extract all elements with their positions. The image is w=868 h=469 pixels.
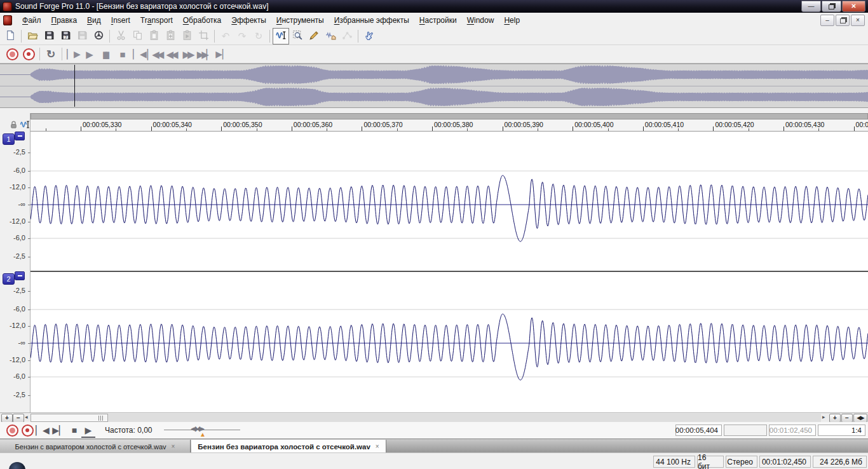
ruler-tick-label: 00:00	[856, 121, 868, 128]
selection-display[interactable]	[724, 425, 767, 436]
ruler-tick	[81, 126, 81, 131]
time-ruler[interactable]: 00:00:05,33000:00:05,34000:00:05,35000:0…	[31, 119, 868, 132]
copy-button[interactable]	[129, 28, 146, 44]
playbar-go-to-end-button[interactable]: ▶▏	[52, 424, 66, 437]
overview-cursor[interactable]	[74, 65, 75, 107]
magnify-tool-button[interactable]	[289, 28, 306, 44]
ruler-tick	[854, 126, 855, 131]
go-to-end-button[interactable]: ▶▏	[214, 46, 230, 62]
rewind-to-start-button[interactable]: ▏◀◀	[147, 46, 164, 62]
mdi-restore-button[interactable]	[836, 15, 850, 26]
play-button[interactable]: ▶	[81, 46, 98, 62]
overview-bar[interactable]	[0, 64, 868, 108]
loop-playback-button[interactable]: ↻	[43, 46, 59, 62]
menu-effects[interactable]: Эффекты	[226, 14, 271, 27]
scrollbar-thumb[interactable]	[31, 414, 108, 422]
rewind-button[interactable]: ◀◀	[164, 46, 180, 62]
paste-button[interactable]	[146, 28, 162, 44]
ruler-tick-label: 00:00:05,380	[434, 121, 473, 128]
help-hand-button[interactable]	[361, 28, 377, 44]
ruler-tick-label: 00:00:05,350	[223, 121, 262, 128]
playbar-stop-button[interactable]: ■	[67, 424, 81, 437]
paste-play-button[interactable]	[179, 28, 195, 44]
zoom-out-button[interactable]: +	[829, 414, 841, 423]
open-folder-button[interactable]	[24, 28, 41, 44]
repeat-button[interactable]: ↻	[250, 28, 267, 44]
envelope-tool-icon	[342, 30, 353, 43]
cursor-position-display[interactable]: 00:00:05,404	[675, 425, 722, 436]
channel-2-waveform	[31, 314, 868, 380]
menu-edit[interactable]: Правка	[46, 14, 83, 27]
record-button[interactable]	[4, 46, 20, 62]
mdi-close-button[interactable]: ×	[851, 15, 865, 26]
menu-favorite-effects[interactable]: Избранные эффекты	[329, 14, 414, 27]
render-as-button[interactable]	[90, 28, 107, 44]
trim-button[interactable]	[195, 28, 212, 44]
document-tab-1[interactable]: Бензин с вариатором холостой с отсечкой.…	[0, 440, 191, 453]
edit-tool-button[interactable]	[273, 28, 289, 44]
menu-options[interactable]: Настройки	[414, 14, 462, 27]
zoom-ratio-display[interactable]: 1:4	[818, 425, 865, 436]
paste-special-button[interactable]	[162, 28, 179, 44]
redo-button[interactable]: ↷	[234, 28, 250, 44]
envelope-tool-button[interactable]	[339, 28, 355, 44]
status-free-space: 24 226,6 Мб	[813, 456, 867, 468]
zoom-in-button[interactable]: −	[841, 414, 853, 423]
menu-view[interactable]: Вид	[82, 14, 106, 27]
tab-close-icon[interactable]: ×	[376, 443, 379, 450]
menu-insert[interactable]: Insert	[106, 14, 135, 27]
menu-help[interactable]: Help	[499, 14, 525, 27]
transport-separator	[62, 48, 62, 60]
save-as-icon: ?	[60, 30, 71, 43]
channel-2-minimize-button[interactable]	[15, 271, 25, 280]
toolbar-separator	[269, 30, 270, 43]
horizontal-scrollbar[interactable]	[31, 414, 821, 422]
zoom-fit-button[interactable]: ◀▶	[853, 414, 867, 423]
play-all-button[interactable]: ▏▶	[65, 46, 81, 62]
zoom-in-time-button[interactable]: −	[13, 414, 24, 423]
cut-button[interactable]	[112, 28, 129, 44]
menu-window[interactable]: Window	[462, 14, 499, 27]
playbar-go-to-start-button[interactable]: ▏◀	[36, 424, 50, 437]
save-button[interactable]	[41, 28, 57, 44]
tab-close-icon[interactable]: ×	[172, 443, 175, 450]
record-arm-button[interactable]	[20, 46, 37, 62]
stop-button[interactable]: ■	[114, 46, 131, 62]
channel-1-minimize-button[interactable]	[15, 132, 25, 140]
scroll-left-arrow[interactable]: ◂	[25, 414, 28, 420]
menu-file[interactable]: Файл	[17, 14, 46, 27]
document-tab-2[interactable]: Бензин без вариатора холостой с отсечкой…	[191, 440, 386, 453]
length-display[interactable]: 00:01:02,450	[769, 425, 816, 436]
go-to-start-button[interactable]: ▏◀	[131, 46, 147, 62]
playbar-record-button[interactable]	[5, 424, 19, 437]
new-document-button[interactable]	[2, 28, 18, 44]
edit-tool-mode-icon[interactable]	[20, 119, 31, 130]
menu-transport[interactable]: Transport	[135, 14, 178, 27]
event-tool-button[interactable]	[322, 28, 339, 44]
menu-tools[interactable]: Инструменты	[271, 14, 329, 27]
playbar-play-from-position-button[interactable]: ▶	[81, 424, 95, 438]
mdi-minimize-button[interactable]: –	[820, 15, 834, 26]
level-gutter	[0, 113, 31, 412]
paste-special-icon	[165, 30, 176, 43]
zoom-out-time-button[interactable]: +	[1, 414, 13, 423]
pause-button[interactable]: ▮▮	[98, 46, 114, 62]
minimize-button[interactable]: —	[801, 1, 821, 12]
playbar-record-arm-button[interactable]	[20, 424, 34, 437]
position-indicator-bar[interactable]	[31, 113, 868, 119]
document-icon	[3, 15, 12, 25]
menu-process[interactable]: Обработка	[178, 14, 227, 27]
channel-1-badge[interactable]: 1	[3, 133, 15, 145]
pencil-tool-button[interactable]	[306, 28, 322, 44]
save-all-button[interactable]	[74, 28, 90, 44]
scroll-right-arrow[interactable]: ▸	[822, 414, 825, 420]
forward-to-end-button[interactable]: ▶▶▏	[197, 46, 214, 62]
channel-2-badge[interactable]: 2	[3, 273, 15, 285]
forward-button[interactable]: ▶▶	[180, 46, 197, 62]
save-as-button[interactable]: ?	[57, 28, 74, 44]
waveform-area[interactable]	[31, 132, 868, 412]
undo-button[interactable]: ↶	[217, 28, 234, 44]
restore-button[interactable]	[822, 1, 841, 12]
scrub-marker-icon[interactable]: ▲	[200, 431, 206, 438]
close-button[interactable]: ✕	[842, 1, 865, 12]
